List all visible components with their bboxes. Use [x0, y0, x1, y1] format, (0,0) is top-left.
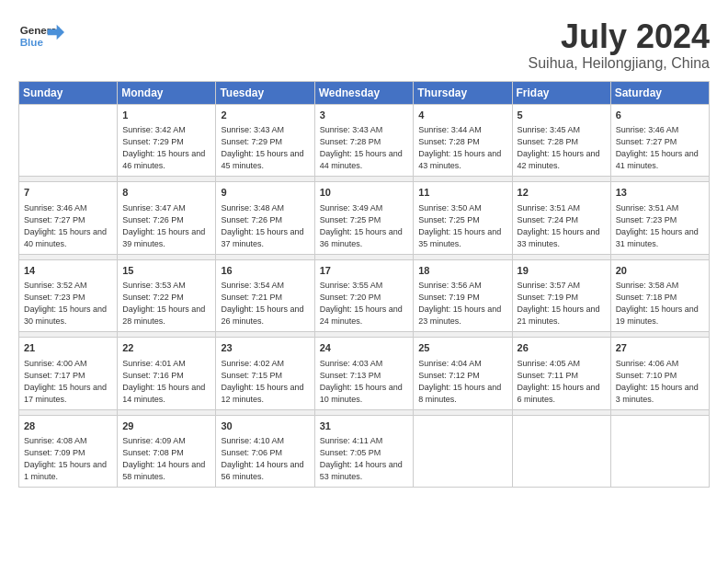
day-number: 26 — [518, 341, 606, 355]
table-row: 5 Sunrise: 3:45 AMSunset: 7:28 PMDayligh… — [512, 104, 610, 177]
day-number: 5 — [518, 109, 606, 122]
day-number: 31 — [320, 419, 409, 433]
day-number: 1 — [122, 109, 210, 122]
table-row: 18 Sunrise: 3:56 AMSunset: 7:19 PMDaylig… — [414, 259, 512, 332]
table-row: 6 Sunrise: 3:46 AMSunset: 7:27 PMDayligh… — [610, 104, 709, 177]
cell-content: Sunrise: 4:09 AMSunset: 7:08 PMDaylight:… — [122, 435, 210, 483]
table-row: 16 Sunrise: 3:54 AMSunset: 7:21 PMDaylig… — [216, 259, 314, 332]
day-number: 13 — [616, 186, 704, 200]
cell-content: Sunrise: 3:43 AMSunset: 7:28 PMDaylight:… — [320, 124, 409, 172]
table-row: 4 Sunrise: 3:44 AMSunset: 7:28 PMDayligh… — [414, 104, 512, 177]
table-row: 22 Sunrise: 4:01 AMSunset: 7:16 PMDaylig… — [118, 338, 216, 410]
cell-content: Sunrise: 3:55 AMSunset: 7:20 PMDaylight:… — [320, 280, 409, 327]
cell-content: Sunrise: 3:49 AMSunset: 7:25 PMDaylight:… — [320, 202, 409, 250]
cell-content: Sunrise: 3:56 AMSunset: 7:19 PMDaylight:… — [418, 280, 506, 327]
table-row — [610, 415, 709, 488]
day-number: 30 — [221, 419, 309, 433]
cell-content: Sunrise: 3:58 AMSunset: 7:18 PMDaylight:… — [616, 280, 704, 327]
day-number: 24 — [320, 341, 409, 355]
cell-content: Sunrise: 4:11 AMSunset: 7:05 PMDaylight:… — [320, 435, 409, 483]
cell-content: Sunrise: 3:51 AMSunset: 7:24 PMDaylight:… — [518, 202, 606, 250]
table-row: 31 Sunrise: 4:11 AMSunset: 7:05 PMDaylig… — [314, 415, 414, 488]
cell-content: Sunrise: 3:57 AMSunset: 7:19 PMDaylight:… — [518, 280, 606, 327]
page-header: General Blue July 2024 Suihua, Heilongji… — [18, 18, 710, 72]
cell-content: Sunrise: 4:00 AMSunset: 7:17 PMDaylight:… — [24, 358, 112, 406]
cell-content: Sunrise: 3:43 AMSunset: 7:29 PMDaylight:… — [221, 124, 309, 172]
header-saturday: Saturday — [610, 81, 709, 104]
cell-content: Sunrise: 3:46 AMSunset: 7:27 PMDaylight:… — [616, 124, 704, 172]
day-number: 4 — [418, 109, 506, 122]
table-row: 8 Sunrise: 3:47 AMSunset: 7:26 PMDayligh… — [118, 182, 216, 255]
cell-content: Sunrise: 3:46 AMSunset: 7:27 PMDaylight:… — [24, 202, 112, 250]
table-row: 13 Sunrise: 3:51 AMSunset: 7:23 PMDaylig… — [610, 182, 709, 255]
calendar-week-row: 14 Sunrise: 3:52 AMSunset: 7:23 PMDaylig… — [19, 259, 710, 332]
location-title: Suihua, Heilongjiang, China — [529, 55, 710, 72]
cell-content: Sunrise: 4:01 AMSunset: 7:16 PMDaylight:… — [122, 358, 210, 406]
table-row — [512, 415, 610, 488]
day-number: 19 — [518, 264, 606, 278]
cell-content: Sunrise: 4:03 AMSunset: 7:13 PMDaylight:… — [320, 358, 409, 406]
table-row: 28 Sunrise: 4:08 AMSunset: 7:09 PMDaylig… — [19, 415, 118, 488]
cell-content: Sunrise: 4:02 AMSunset: 7:15 PMDaylight:… — [221, 358, 309, 406]
cell-content: Sunrise: 3:44 AMSunset: 7:28 PMDaylight:… — [418, 124, 506, 172]
table-row: 21 Sunrise: 4:00 AMSunset: 7:17 PMDaylig… — [19, 338, 118, 410]
cell-content: Sunrise: 3:48 AMSunset: 7:26 PMDaylight:… — [221, 202, 309, 250]
header-friday: Friday — [512, 81, 610, 104]
cell-content: Sunrise: 3:50 AMSunset: 7:25 PMDaylight:… — [418, 202, 506, 250]
day-number: 14 — [24, 264, 112, 278]
table-row: 23 Sunrise: 4:02 AMSunset: 7:15 PMDaylig… — [216, 338, 314, 410]
day-number: 2 — [221, 109, 309, 122]
table-row: 3 Sunrise: 3:43 AMSunset: 7:28 PMDayligh… — [314, 104, 414, 177]
cell-content: Sunrise: 4:05 AMSunset: 7:11 PMDaylight:… — [518, 358, 606, 406]
cell-content: Sunrise: 3:45 AMSunset: 7:28 PMDaylight:… — [518, 124, 606, 172]
day-number: 3 — [320, 109, 409, 122]
cell-content: Sunrise: 4:08 AMSunset: 7:09 PMDaylight:… — [24, 435, 112, 483]
table-row: 25 Sunrise: 4:04 AMSunset: 7:12 PMDaylig… — [414, 338, 512, 410]
logo: General Blue — [18, 18, 64, 55]
table-row: 11 Sunrise: 3:50 AMSunset: 7:25 PMDaylig… — [414, 182, 512, 255]
day-number: 15 — [122, 264, 210, 278]
header-monday: Monday — [118, 81, 216, 104]
table-row: 30 Sunrise: 4:10 AMSunset: 7:06 PMDaylig… — [216, 415, 314, 488]
table-row: 20 Sunrise: 3:58 AMSunset: 7:18 PMDaylig… — [610, 259, 709, 332]
day-number: 12 — [518, 186, 606, 200]
table-row: 10 Sunrise: 3:49 AMSunset: 7:25 PMDaylig… — [314, 182, 414, 255]
calendar-table: Sunday Monday Tuesday Wednesday Thursday… — [18, 81, 710, 488]
cell-content: Sunrise: 3:54 AMSunset: 7:21 PMDaylight:… — [221, 280, 309, 327]
calendar-week-row: 28 Sunrise: 4:08 AMSunset: 7:09 PMDaylig… — [19, 415, 710, 488]
day-number: 8 — [122, 186, 210, 200]
header-wednesday: Wednesday — [314, 81, 414, 104]
header-tuesday: Tuesday — [216, 81, 314, 104]
month-title: July 2024 — [529, 18, 710, 55]
day-number: 28 — [24, 419, 112, 433]
day-number: 11 — [418, 186, 506, 200]
table-row: 14 Sunrise: 3:52 AMSunset: 7:23 PMDaylig… — [19, 259, 118, 332]
table-row — [19, 104, 118, 177]
day-number: 25 — [418, 341, 506, 355]
calendar-week-row: 21 Sunrise: 4:00 AMSunset: 7:17 PMDaylig… — [19, 338, 710, 410]
day-number: 16 — [221, 264, 309, 278]
table-row: 27 Sunrise: 4:06 AMSunset: 7:10 PMDaylig… — [610, 338, 709, 410]
table-row: 1 Sunrise: 3:42 AMSunset: 7:29 PMDayligh… — [118, 104, 216, 177]
day-number: 7 — [24, 186, 112, 200]
table-row: 2 Sunrise: 3:43 AMSunset: 7:29 PMDayligh… — [216, 104, 314, 177]
table-row: 7 Sunrise: 3:46 AMSunset: 7:27 PMDayligh… — [19, 182, 118, 255]
day-number: 9 — [221, 186, 309, 200]
calendar-header-row: Sunday Monday Tuesday Wednesday Thursday… — [19, 81, 710, 104]
day-number: 22 — [122, 341, 210, 355]
title-area: July 2024 Suihua, Heilongjiang, China — [529, 18, 710, 72]
cell-content: Sunrise: 3:51 AMSunset: 7:23 PMDaylight:… — [616, 202, 704, 250]
cell-content: Sunrise: 4:06 AMSunset: 7:10 PMDaylight:… — [616, 358, 704, 406]
day-number: 6 — [616, 109, 704, 122]
logo-icon: General Blue — [18, 18, 64, 55]
day-number: 20 — [616, 264, 704, 278]
day-number: 17 — [320, 264, 409, 278]
calendar-week-row: 7 Sunrise: 3:46 AMSunset: 7:27 PMDayligh… — [19, 182, 710, 255]
svg-text:Blue: Blue — [20, 36, 44, 48]
header-thursday: Thursday — [414, 81, 512, 104]
cell-content: Sunrise: 3:47 AMSunset: 7:26 PMDaylight:… — [122, 202, 210, 250]
header-sunday: Sunday — [19, 81, 118, 104]
cell-content: Sunrise: 3:53 AMSunset: 7:22 PMDaylight:… — [122, 280, 210, 327]
table-row: 9 Sunrise: 3:48 AMSunset: 7:26 PMDayligh… — [216, 182, 314, 255]
table-row: 17 Sunrise: 3:55 AMSunset: 7:20 PMDaylig… — [314, 259, 414, 332]
